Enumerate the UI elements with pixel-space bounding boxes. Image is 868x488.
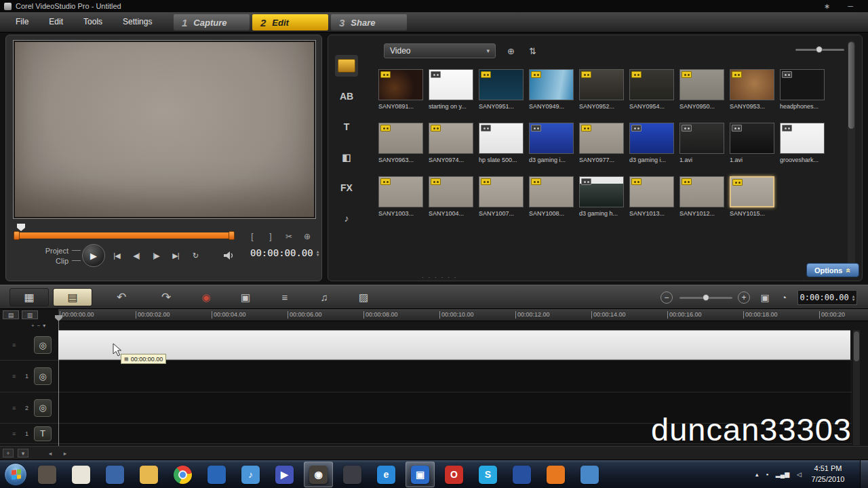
home-button[interactable]: |◀ xyxy=(108,248,125,263)
library-tab-audio[interactable]: ♪ xyxy=(335,207,358,229)
library-clip[interactable]: headphones... xyxy=(778,68,829,121)
next-frame-button[interactable]: |▶ xyxy=(147,248,165,263)
storyboard-view-button[interactable]: ▦ xyxy=(9,288,49,306)
spinner-down-icon[interactable]: ▼ xyxy=(317,253,319,256)
zoom-out-button[interactable]: − xyxy=(660,291,673,304)
trim-handle-left[interactable] xyxy=(14,231,20,240)
video-preview[interactable] xyxy=(13,40,316,219)
batch-convert-icon[interactable]: ▨ xyxy=(351,288,376,306)
scrollbar-thumb[interactable] xyxy=(848,42,854,129)
library-clip[interactable]: SANY0950... xyxy=(678,68,728,121)
taskbar-opera-icon[interactable]: O xyxy=(439,462,469,487)
library-clip[interactable]: SANY1012... xyxy=(678,175,728,228)
library-clip[interactable]: starting on y... xyxy=(427,68,477,121)
tray-volume-icon[interactable]: ◁ xyxy=(797,471,802,478)
undo-button[interactable]: ↶ xyxy=(110,288,133,306)
playhead-marker-icon[interactable] xyxy=(17,224,25,231)
slider-knob[interactable] xyxy=(703,294,709,301)
timeline-view-button[interactable]: ▤ xyxy=(53,288,92,306)
library-clip[interactable]: SANY0977... xyxy=(578,121,628,175)
previous-frame-button[interactable]: ◀| xyxy=(127,248,145,263)
window-button-minimize[interactable]: ─ xyxy=(848,2,853,11)
library-tab-titles[interactable]: T xyxy=(335,116,358,138)
slider-knob[interactable] xyxy=(816,46,823,53)
library-clip[interactable]: SANY0952... xyxy=(578,68,628,121)
tray-show-hidden-icons[interactable]: ▴ xyxy=(755,471,759,478)
taskbar-usb-eject-icon[interactable] xyxy=(575,462,604,487)
screen-capture-icon[interactable]: ▣ xyxy=(233,288,258,306)
scrubber-track[interactable] xyxy=(14,232,234,239)
taskbar-firefox-orange-icon[interactable] xyxy=(541,462,570,487)
project-mode[interactable]: Project xyxy=(41,245,81,256)
import-media-button[interactable]: ⊕ xyxy=(502,44,519,58)
taskbar-firefox-icon[interactable] xyxy=(202,462,231,487)
mark-in-button[interactable]: [ xyxy=(245,230,260,243)
taskbar-daemon-tools-icon[interactable] xyxy=(338,462,367,487)
scrollbar-thumb[interactable] xyxy=(854,331,859,361)
taskbar-itunes-icon[interactable]: ♪ xyxy=(236,462,265,487)
scroll-right-button[interactable]: ▸ xyxy=(60,449,71,458)
volume-icon[interactable] xyxy=(223,251,235,260)
project-duration-icon[interactable]: ◔ xyxy=(776,289,792,306)
track-manager-button[interactable]: ▤ xyxy=(3,310,19,319)
track-toggle-icon[interactable]: ≡ xyxy=(12,405,16,411)
library-tab-graphics[interactable]: ◧ xyxy=(335,146,358,168)
auto-music-icon[interactable]: ♫ xyxy=(312,288,336,306)
tray-network-icon[interactable]: ▂▄▆ xyxy=(776,471,789,478)
taskbar-remote-desktop-icon[interactable] xyxy=(100,462,130,487)
add-chapter-button[interactable]: + xyxy=(3,449,14,458)
taskbar-gimp-icon[interactable] xyxy=(33,462,62,487)
library-clip[interactable]: SANY1007... xyxy=(477,175,528,228)
track-options-button[interactable]: ▾ xyxy=(43,323,45,329)
sort-clips-button[interactable]: ⇅ xyxy=(524,44,541,58)
taskbar-internet-explorer-icon[interactable]: e xyxy=(372,462,401,487)
track-toggle-icon[interactable]: ≡ xyxy=(12,373,16,380)
track-area-video[interactable] xyxy=(58,330,850,360)
menu-edit[interactable]: Edit xyxy=(39,12,73,32)
library-clip[interactable]: SANY0951... xyxy=(477,68,528,121)
library-clip[interactable]: SANY0891... xyxy=(377,68,427,121)
window-button-window-extra[interactable]: ∗ xyxy=(824,2,830,11)
split-clip-button[interactable]: ✂ xyxy=(281,230,296,243)
taskbar-chrome-icon[interactable] xyxy=(168,462,197,487)
step-tab-edit[interactable]: 2Edit xyxy=(252,14,328,30)
taskbar-snipping-tool-icon[interactable]: ▣ xyxy=(406,462,435,487)
chapter-menu-button[interactable]: ▾ xyxy=(18,449,28,458)
taskbar-skype-icon[interactable]: S xyxy=(473,462,502,487)
taskbar-media-player-icon[interactable]: ▶ xyxy=(270,462,299,487)
gallery-dropdown[interactable]: Video ▾ xyxy=(384,43,496,58)
library-clip[interactable]: 1.avi xyxy=(678,121,728,175)
thumbnail-size-slider[interactable] xyxy=(795,49,844,51)
library-clip[interactable]: SANY0974... xyxy=(427,121,477,175)
track-overlay-1-icon[interactable]: ◎ xyxy=(34,367,52,385)
playhead-line[interactable] xyxy=(58,321,59,446)
options-button[interactable]: Options « xyxy=(806,263,859,277)
track-video-icon[interactable]: ◎ xyxy=(34,336,52,354)
timecode-spinner[interactable]: ▲ ▼ xyxy=(317,249,319,256)
menu-tools[interactable]: Tools xyxy=(73,12,113,32)
taskbar-clock[interactable]: 4:51 PM 7/25/2010 xyxy=(804,463,852,485)
track-title-icon[interactable]: T xyxy=(34,426,52,441)
library-clip[interactable]: SANY1008... xyxy=(528,175,578,228)
library-scrollbar[interactable] xyxy=(848,41,855,274)
track-list-button[interactable]: ▥ xyxy=(22,310,38,319)
track-toggle-icon[interactable]: ≡ xyxy=(12,430,16,437)
taskbar-explorer-icon[interactable] xyxy=(134,462,163,487)
enlarge-preview-button[interactable]: ⊕ xyxy=(300,230,315,243)
library-clip[interactable]: grooveshark... xyxy=(778,121,829,175)
add-track-button[interactable]: + xyxy=(31,323,35,329)
library-tab-transitions[interactable]: AB xyxy=(335,85,358,107)
record-capture-icon[interactable]: ◉ xyxy=(194,288,218,306)
play-button[interactable]: ▶ xyxy=(82,244,105,267)
timecode-spinner[interactable]: ▲ ▼ xyxy=(852,294,855,301)
library-clip[interactable]: hp slate 500... xyxy=(477,121,528,175)
step-tab-capture[interactable]: 1Capture xyxy=(174,14,250,30)
library-clip[interactable]: d3 gaming i... xyxy=(528,121,578,175)
library-clip[interactable]: 1.avi xyxy=(728,121,778,175)
tray-status-icon[interactable]: ▪ xyxy=(766,471,768,478)
timeline-zoom-slider[interactable] xyxy=(679,297,732,299)
sound-mixer-icon[interactable]: ≡ xyxy=(273,288,297,306)
mark-out-button[interactable]: ] xyxy=(263,230,278,243)
repeat-button[interactable]: ↻ xyxy=(186,248,204,263)
library-tab-media[interactable] xyxy=(335,55,358,77)
